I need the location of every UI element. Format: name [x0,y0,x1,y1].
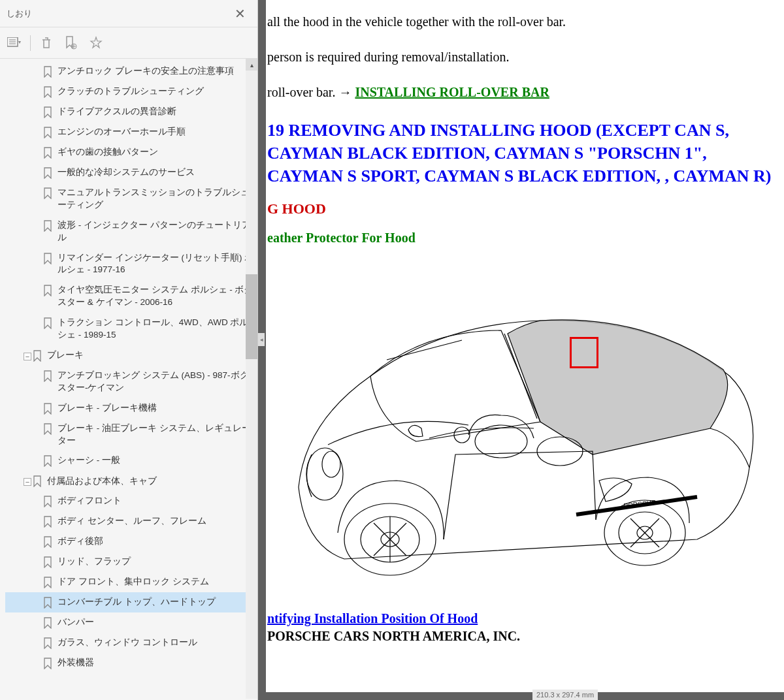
bookmark-item[interactable]: アンチロック ブレーキの安全上の注意事項 [5,61,257,82]
bookmark-label: リッド、フラップ [57,556,131,568]
bookmark-icon [43,658,52,669]
bookmark-item[interactable]: トラクション コントロール、4WD、AWD ポルシェ - 1989-15 [5,313,257,345]
bookmark-icon [43,127,52,138]
bookmark-icon [43,617,52,629]
bookmark-label: ギヤの歯の接触パターン [57,146,158,159]
expand-bookmark-icon[interactable] [87,34,105,52]
toolbar-separator [30,35,31,51]
bookmark-label: ブレーキ - 油圧ブレーキ システム、レギュレーター [57,422,255,447]
close-icon[interactable]: ✕ [229,3,251,24]
bookmark-icon [43,147,52,159]
bookmark-tree[interactable]: アンチロック ブレーキの安全上の注意事項クラッチのトラブルシューティングドライブ… [0,59,257,700]
bookmark-icon [43,253,52,264]
bookmark-item[interactable]: ボディ後部 [5,532,257,552]
bookmark-item[interactable]: コンバーチブル トップ、ハードトップ [5,592,257,612]
bookmark-icon [43,66,52,78]
bookmark-icon [43,403,52,415]
bookmark-item[interactable]: ドライブアクスルの異音診断 [5,102,257,122]
collapse-icon[interactable]: − [24,478,31,486]
bookmark-item[interactable]: ブレーキ - 油圧ブレーキ システム、レギュレーター [5,419,257,451]
bookmark-icon [43,423,52,435]
options-menu-icon[interactable] [5,34,24,52]
bookmark-icon [43,86,52,98]
bookmark-label: ドライブアクスルの異音診断 [57,106,176,118]
bookmark-item[interactable]: ギヤの歯の接触パターン [5,142,257,163]
bookmark-label: アンチロック ブレーキの安全上の注意事項 [57,65,234,78]
bookmark-item[interactable]: 外装機器 [5,653,257,673]
bookmark-item[interactable]: リマインダー インジケーター (リセット手順) ポルシェ - 1977-16 [5,248,257,281]
scrollbar-thumb[interactable] [246,274,257,359]
bookmark-icon [43,220,52,232]
bookmark-item[interactable]: ボディフロント [5,491,257,511]
bookmark-label: シャーシ - 一般 [57,454,120,467]
bookmarks-sidebar: しおり ✕ アンチロック ブレーキの安全上の注意事項クラッチのトラブルシューティ… [0,0,258,700]
bookmark-item[interactable]: エンジンのオーバーホール手順 [5,122,257,142]
svg-line-7 [387,340,462,360]
bookmark-icon [43,637,52,649]
bookmark-folder[interactable]: −ブレーキ [5,345,257,366]
bookmark-icon [43,370,52,382]
bookmark-folder[interactable]: −付属品および本体、キャブ [5,471,257,491]
bookmark-label: コンバーチブル トップ、ハードトップ [57,596,216,609]
figure: PORSCHE [266,259,776,598]
bookmark-item[interactable]: シャーシ - 一般 [5,451,257,471]
bookmark-item[interactable]: リッド、フラップ [5,552,257,572]
sidebar-title: しおり [7,8,32,20]
collapse-icon[interactable]: − [24,353,31,360]
svg-text:PORSCHE: PORSCHE [623,499,657,509]
bookmark-item[interactable]: タイヤ空気圧モニター システム ポルシェ - ボクスター & ケイマン - 20… [5,280,257,313]
bookmark-icon [43,106,52,118]
bookmark-item[interactable]: ドア フロント、集中ロック システム [5,572,257,592]
bookmark-label: クラッチのトラブルシューティング [57,86,204,98]
bookmark-item[interactable]: 波形 - インジェクター パターンのチュートリアル [5,215,257,248]
bookmark-label: 外装機器 [57,657,94,669]
bookmark-item[interactable]: ボディ センター、ルーフ、フレーム [5,511,257,532]
bookmark-icon [43,167,52,179]
bookmark-label: タイヤ空気圧モニター システム ポルシェ - ボクスター & ケイマン - 20… [57,284,255,309]
bookmark-item[interactable]: バンパー [5,612,257,633]
bookmark-label: 付属品および本体、キャブ [47,475,157,487]
bookmark-icon [43,556,52,568]
bookmark-icon [43,597,52,609]
bookmark-label: ガラス、ウィンドウ コントロール [57,637,197,649]
bookmark-label: ボディ後部 [57,535,103,548]
bookmark-item[interactable]: ガラス、ウィンドウ コントロール [5,633,257,653]
bookmark-label: ブレーキ [47,349,84,361]
page-dimensions: 210.3 x 297.4 mm [532,690,598,700]
bookmark-label: 波形 - インジェクター パターンのチュートリアル [57,219,255,244]
figure-callout-box [570,337,598,368]
scroll-up-icon[interactable]: ▴ [246,59,257,71]
svg-point-24 [322,451,340,477]
new-bookmark-icon[interactable] [62,34,80,52]
bookmark-icon [43,516,52,528]
bookmark-item[interactable]: アンチブロッキング システム (ABS) - 987-ボクスター-ケイマン [5,366,257,398]
bookmark-icon [43,187,52,199]
bookmark-label: リマインダー インジケーター (リセット手順) ポルシェ - 1977-16 [57,252,255,277]
bookmark-label: トラクション コントロール、4WD、AWD ポルシェ - 1989-15 [57,317,255,342]
section-heading: 19 REMOVING AND INSTALLING HOOD (EXCEPT … [266,119,784,187]
bookmark-icon [33,350,42,362]
body-text: person is required during removal/instal… [266,48,784,65]
subsection-heading: G HOOD [266,200,784,217]
bookmark-icon [43,536,52,548]
copyright-text: PORSCHE CARS NORTH AMERICA, INC. [266,629,784,644]
document-viewport[interactable]: all the hood in the vehicle together wit… [258,0,784,700]
bookmark-item[interactable]: クラッチのトラブルシューティング [5,82,257,102]
sidebar-toolbar [0,27,257,59]
scrollbar-track[interactable]: ▴ [246,59,257,699]
bookmark-icon [33,475,42,487]
bookmark-icon [43,496,52,507]
bookmark-item[interactable]: ブレーキ - ブレーキ機構 [5,398,257,419]
bookmark-label: ボディ センター、ルーフ、フレーム [57,515,206,528]
delete-icon[interactable] [37,34,56,52]
bookmark-item[interactable]: マニュアルトランスミッションのトラブルシューティング [5,183,257,215]
sub-subsection-heading: eather Protector For Hood [266,231,784,246]
pane-splitter-icon[interactable]: ◂ [258,333,265,346]
bookmark-label: アンチブロッキング システム (ABS) - 987-ボクスター-ケイマン [57,370,255,394]
cross-reference-link[interactable]: INSTALLING ROLL-OVER BAR [355,85,549,99]
pdf-page: all the hood in the vehicle together wit… [266,0,784,692]
body-text-prefix: roll-over bar. → [267,85,355,99]
bookmark-item[interactable]: 一般的な冷却システムのサービス [5,163,257,183]
bookmark-label: ボディフロント [57,495,122,507]
bookmark-label: マニュアルトランスミッションのトラブルシューティング [57,187,255,212]
